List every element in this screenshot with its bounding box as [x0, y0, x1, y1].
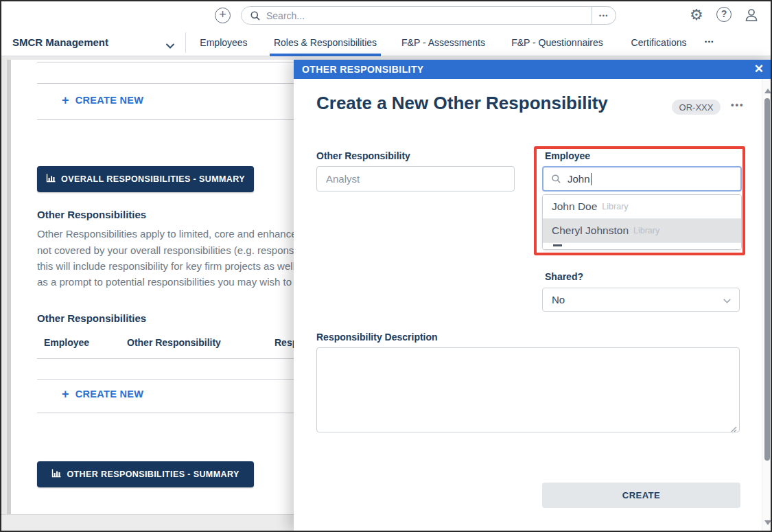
tab-certifications[interactable]: Certifications: [631, 37, 687, 48]
option-name: Cheryl Johnston: [552, 224, 629, 237]
responsibility-description-textarea[interactable]: [316, 347, 740, 432]
app-window: + ••• ⚙ ? SMCR Management Employees Role…: [0, 0, 772, 532]
scroll-up-arrow[interactable]: [764, 89, 771, 93]
option-source-tag: Library: [633, 226, 659, 235]
employee-label: Employee: [545, 150, 590, 161]
divider: [37, 83, 294, 84]
shared-selected-value: No: [552, 294, 723, 305]
shared-label: Shared?: [545, 271, 583, 282]
add-icon[interactable]: +: [215, 8, 231, 23]
text-caret: [591, 173, 592, 185]
chevron-down-icon: [166, 39, 174, 51]
responsibility-description-label: Responsibility Description: [316, 332, 438, 343]
employee-query-text: John: [568, 173, 590, 185]
button-label: OTHER RESPONSIBILITIES - SUMMARY: [67, 470, 239, 479]
divider: [37, 119, 294, 120]
other-responsibilities-summary-button[interactable]: OTHER RESPONSIBILITIES - SUMMARY: [37, 461, 254, 487]
plus-icon: +: [62, 389, 69, 399]
column-header-other-responsibility: Other Responsibility: [127, 337, 221, 348]
scroll-down-arrow[interactable]: [764, 520, 771, 525]
plus-icon: +: [62, 95, 69, 105]
employee-search-input[interactable]: John: [542, 166, 742, 192]
bar-chart-icon: [51, 469, 61, 480]
panel-header: OTHER RESPONSIBILITY ✕: [294, 60, 772, 79]
divider: [37, 358, 294, 359]
search-more-button[interactable]: •••: [592, 6, 616, 25]
global-search[interactable]: •••: [241, 6, 616, 25]
top-bar: + ••• ⚙ ?: [1, 1, 771, 29]
divider: [37, 413, 294, 413]
create-new-label: CREATE NEW: [75, 95, 143, 106]
divider: [37, 62, 294, 62]
nav-overflow-button[interactable]: •••: [705, 38, 714, 45]
tab-roles-responsibilities[interactable]: Roles & Responsibilities: [274, 37, 377, 48]
chevron-down-icon: [723, 294, 731, 306]
panel-header-title: OTHER RESPONSIBILITY: [302, 64, 424, 75]
section-heading: Other Responsibilities: [37, 209, 146, 220]
option-name: John Doe: [552, 200, 597, 213]
button-label: OVERALL RESPONSIBILITIES - SUMMARY: [61, 174, 245, 184]
create-new-label: CREATE NEW: [75, 389, 143, 400]
panel-scrollbar: [762, 79, 772, 531]
scrollbar-thumb[interactable]: [764, 98, 770, 461]
divider: [37, 379, 294, 380]
search-icon: [551, 174, 561, 184]
tab-fp-assessments[interactable]: F&P - Assessments: [401, 37, 485, 48]
employee-options-dropdown: John Doe Library Cheryl Johnston Library: [542, 194, 742, 250]
section-text-line: Other Responsibilities apply to limited,…: [37, 228, 294, 240]
tab-fp-questionnaires[interactable]: F&P - Questionnaires: [511, 37, 603, 48]
create-new-link-top[interactable]: + CREATE NEW: [62, 95, 143, 106]
option-source-tag: Library: [602, 202, 628, 211]
overall-responsibilities-summary-button[interactable]: OVERALL RESPONSIBILITIES - SUMMARY: [37, 166, 254, 192]
section-text-line: this will include responsibility for key…: [37, 260, 294, 272]
other-responsibility-label: Other Responsibility: [316, 150, 410, 161]
close-icon[interactable]: ✕: [754, 62, 764, 76]
create-new-link-bottom[interactable]: + CREATE NEW: [62, 389, 143, 400]
other-responsibility-panel: OTHER RESPONSIBILITY ✕ Create a New Othe…: [294, 60, 772, 531]
create-button[interactable]: CREATE: [542, 483, 740, 508]
module-nav: SMCR Management Employees Roles & Respon…: [1, 29, 771, 56]
record-id-badge: OR-XXX: [672, 100, 721, 115]
help-icon[interactable]: ?: [716, 7, 732, 22]
section-text-line: not covered by your overall responsibili…: [37, 244, 294, 256]
bar-chart-icon: [46, 174, 56, 185]
page-bottom-gutter: [1, 514, 294, 531]
panel-more-button[interactable]: •••: [731, 100, 745, 110]
column-header-employee: Employee: [44, 337, 89, 348]
employee-option-partial: [543, 243, 741, 250]
gear-icon[interactable]: ⚙: [690, 7, 703, 23]
profile-icon[interactable]: [743, 7, 760, 26]
search-icon: [250, 10, 261, 21]
employee-option-cheryl-johnston[interactable]: Cheryl Johnston Library: [543, 219, 741, 243]
shared-select[interactable]: No: [542, 288, 740, 312]
tab-employees[interactable]: Employees: [200, 37, 247, 48]
table-heading: Other Responsibilities: [37, 312, 146, 324]
divider: [185, 32, 186, 53]
search-input[interactable]: [266, 10, 616, 21]
panel-title: Create a New Other Responsibility: [316, 93, 608, 114]
section-text-line: as a prompt to potential responsibilitie…: [37, 276, 294, 288]
app-switcher[interactable]: SMCR Management: [12, 36, 108, 48]
other-responsibility-input[interactable]: [316, 166, 515, 192]
employee-option-john-doe[interactable]: John Doe Library: [543, 195, 741, 219]
clipped-text-stub: [553, 244, 562, 246]
